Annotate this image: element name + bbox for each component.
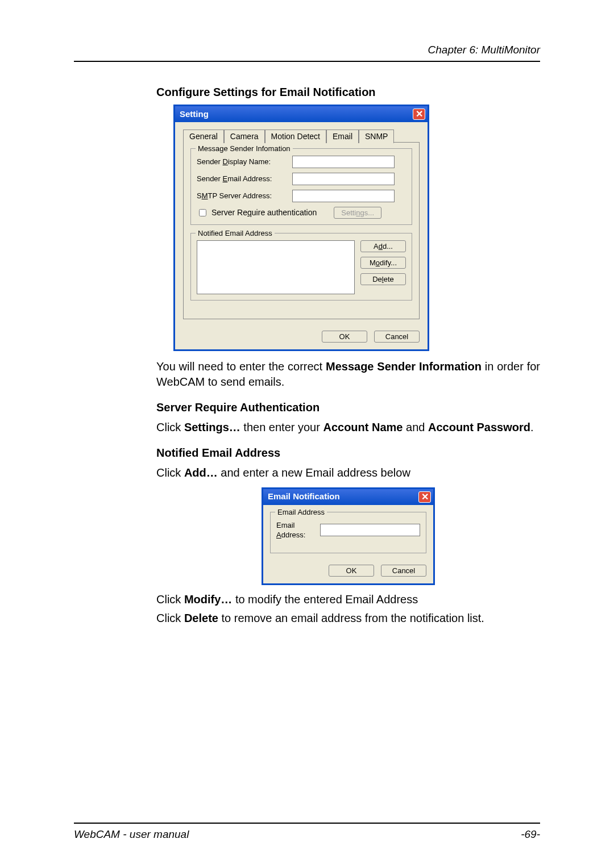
label-email-address: Email Address: <box>276 520 316 540</box>
tab-email[interactable]: Email <box>326 130 359 143</box>
close-icon[interactable]: ✕ <box>413 108 425 120</box>
add-button[interactable]: Add... <box>360 240 406 252</box>
ok-button[interactable]: OK <box>329 565 374 577</box>
label-smtp: SMTP Server Address: <box>197 191 288 201</box>
section-title-auth: Server Require Authentication <box>156 400 540 415</box>
group-notified-legend: Notified Email Address <box>196 228 275 239</box>
sender-email-field[interactable] <box>292 173 395 185</box>
group-email-legend: Email Address <box>275 507 327 518</box>
setting-dialog: Setting ✕ General Camera Motion Detect E… <box>173 105 429 351</box>
section2-body: Click Settings… then enter your Account … <box>156 420 540 435</box>
footer-right: -69- <box>521 827 540 842</box>
email-notif-titlebar: Email Notification ✕ <box>263 489 433 505</box>
tab-panel-email: Message Sender Infomation Sender Display… <box>183 142 420 319</box>
group-notified: Notified Email Address Add... Modify... … <box>190 233 412 301</box>
section4-body2: Click Delete to remove an email address … <box>156 611 540 626</box>
auth-checkbox-label: Server Require authentication <box>211 207 317 218</box>
email-notification-dialog: Email Notification ✕ Email Address Email… <box>262 487 435 585</box>
smtp-server-field[interactable] <box>292 190 395 202</box>
setting-title-text: Setting <box>180 108 209 120</box>
section1-body: You will need to enter the correct Messa… <box>156 359 540 390</box>
close-icon[interactable]: ✕ <box>418 491 431 503</box>
auth-checkbox[interactable] <box>199 209 206 216</box>
setting-titlebar: Setting ✕ <box>175 106 428 122</box>
notified-listbox[interactable] <box>197 240 355 294</box>
tab-snmp[interactable]: SNMP <box>359 130 394 143</box>
email-notif-title-text: Email Notification <box>268 491 340 502</box>
footer-rule <box>74 823 540 824</box>
group-sender-info: Message Sender Infomation Sender Display… <box>190 148 412 225</box>
section3-body: Click Add… and enter a new Email address… <box>156 465 540 481</box>
footer-left: WebCAM - user manual <box>74 827 189 842</box>
cancel-button[interactable]: Cancel <box>381 565 426 577</box>
ok-button[interactable]: OK <box>322 331 367 343</box>
page-header: Chapter 6: MultiMonitor <box>74 43 540 57</box>
tab-general[interactable]: General <box>183 130 224 143</box>
tab-motion-detect[interactable]: Motion Detect <box>265 130 326 143</box>
label-display-name: Sender Display Name: <box>197 157 288 167</box>
section-title-notified: Notified Email Address <box>156 445 540 461</box>
section-title-configure: Configure Settings for Email Notificatio… <box>156 85 540 100</box>
tabs: General Camera Motion Detect Email SNMP <box>183 129 420 143</box>
group-sender-legend: Message Sender Infomation <box>196 144 293 154</box>
header-rule <box>74 61 540 62</box>
modify-button[interactable]: Modify... <box>360 257 406 269</box>
settings-button[interactable]: Settings... <box>334 207 381 219</box>
group-email-address: Email Address Email Address: <box>270 512 426 553</box>
tab-camera[interactable]: Camera <box>224 130 265 143</box>
sender-display-name-field[interactable] <box>292 156 395 168</box>
delete-button[interactable]: Delete <box>360 273 406 285</box>
cancel-button[interactable]: Cancel <box>374 331 420 343</box>
section4-body1: Click Modify… to modify the entered Emai… <box>156 592 540 607</box>
label-sender-email: Sender Email Address: <box>197 174 288 184</box>
email-address-field[interactable] <box>320 524 420 536</box>
